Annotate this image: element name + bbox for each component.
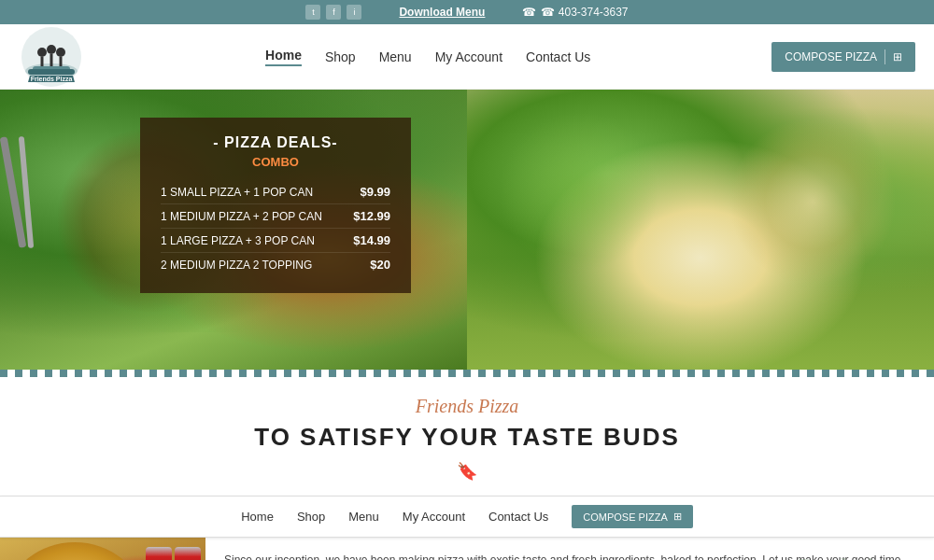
social-icons: t f i — [305, 5, 361, 20]
tagline: TO SATISFY YOUR TASTE BUDS — [0, 423, 934, 452]
nav-contact[interactable]: Contact Us — [526, 49, 590, 64]
facebook-icon[interactable]: f — [326, 5, 341, 20]
download-menu-link[interactable]: Download Menu — [399, 6, 485, 19]
svg-text:Friends Pizza: Friends Pizza — [31, 76, 73, 82]
nav-bar: Friends Pizza Home Shop Menu My Account … — [0, 24, 934, 90]
hero-section: - PIZZA DEALS- COMBO 1 SMALL PIZZA + 1 P… — [0, 90, 934, 370]
nav-account[interactable]: My Account — [435, 49, 502, 64]
top-bar: t f i Download Menu ☎ ☎ 403-374-3637 — [0, 0, 934, 24]
svg-point-4 — [37, 48, 47, 57]
decorative-edge — [0, 370, 934, 377]
secondary-nav-bar: Home Shop Menu My Account Contact Us COM… — [0, 496, 934, 538]
nav-shop[interactable]: Shop — [325, 49, 356, 64]
deals-title: - PIZZA DEALS- — [161, 134, 390, 151]
bottom-nav-home[interactable]: Home — [241, 510, 274, 524]
svg-point-6 — [56, 48, 65, 57]
svg-point-5 — [47, 45, 56, 54]
svg-rect-3 — [28, 69, 75, 75]
pizza-deals-overlay: - PIZZA DEALS- COMBO 1 SMALL PIZZA + 1 P… — [140, 118, 411, 293]
divider — [884, 49, 885, 64]
compose-pizza-button[interactable]: COMPOSE PIZZA ⊞ — [771, 42, 915, 72]
bottom-compose-icon: ⊞ — [673, 511, 682, 523]
bottom-nav-account[interactable]: My Account — [403, 510, 465, 524]
hero-right-image — [467, 90, 934, 370]
phone-icon: ☎ — [522, 6, 536, 19]
phone-number: ☎ ☎ 403-374-3637 — [522, 6, 628, 19]
coke-can-1: CocaCola — [146, 547, 172, 560]
nav-menu[interactable]: Menu — [379, 49, 412, 64]
coke-can-2: CocaCola — [175, 547, 201, 560]
coke-cans: CocaCola CocaCola — [146, 547, 201, 560]
bottom-compose-button[interactable]: COMPOSE PIZZA ⊞ — [572, 505, 692, 528]
description-text: Since our inception, we have been making… — [224, 552, 915, 560]
instagram-icon[interactable]: i — [347, 5, 361, 20]
deal-item-2: 1 MEDIUM PIZZA + 2 POP CAN $12.99 — [161, 204, 390, 229]
compose-icon: ⊞ — [893, 50, 902, 63]
deal-item-4: 2 MEDIUM PIZZA 2 TOPPING $20 — [161, 253, 390, 276]
pizza-visual — [9, 542, 140, 560]
twitter-icon[interactable]: t — [305, 5, 320, 20]
deals-subtitle: COMBO — [161, 155, 390, 169]
nav-home[interactable]: Home — [265, 48, 302, 66]
logo: Friends Pizza — [19, 24, 84, 90]
bookmark-icon: 🔖 — [0, 461, 934, 482]
bottom-nav-shop[interactable]: Shop — [297, 510, 325, 524]
bottom-nav-contact[interactable]: Contact Us — [488, 510, 548, 524]
pizza-image-section: CocaCola CocaCola — [0, 538, 205, 560]
deal-item-3: 1 LARGE PIZZA + 3 POP CAN $14.99 — [161, 229, 390, 253]
nav-links: Home Shop Menu My Account Contact Us — [265, 48, 590, 66]
bottom-nav-menu[interactable]: Menu — [348, 510, 379, 524]
bottom-description-section: Real pizza Real taste Since our inceptio… — [205, 542, 934, 560]
bottom-section: Home Shop Menu My Account Contact Us COM… — [0, 496, 934, 560]
tagline-section: Friends Pizza TO SATISFY YOUR TASTE BUDS… — [0, 377, 934, 496]
brand-script: Friends Pizza — [0, 396, 934, 417]
social-links: t f i — [305, 5, 361, 20]
deal-item-1: 1 SMALL PIZZA + 1 POP CAN $9.99 — [161, 180, 390, 204]
logo-image: Friends Pizza — [19, 24, 84, 90]
